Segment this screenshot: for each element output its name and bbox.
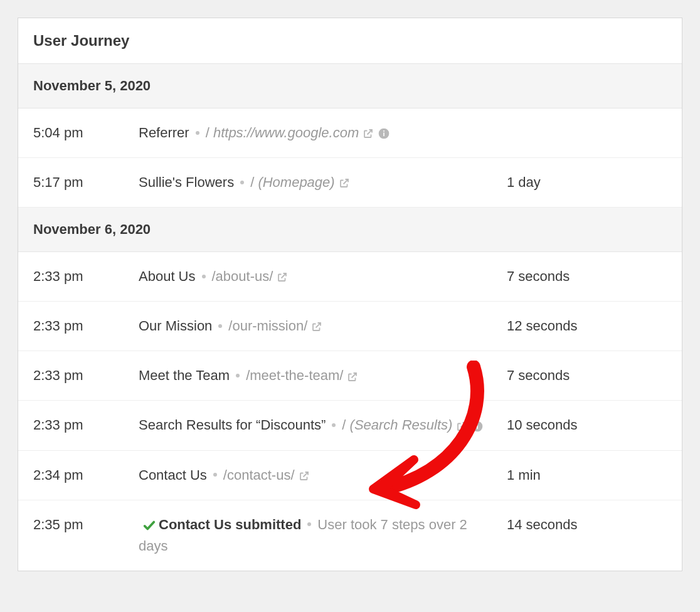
path-text: https://www.google.com [213,125,359,140]
date-header: November 6, 2020 [18,208,682,252]
row-duration: 7 seconds [507,266,667,287]
panel-title: User Journey [33,32,667,50]
external-link-icon[interactable] [299,470,310,482]
check-icon [142,519,159,532]
path-prefix: / [250,174,258,190]
journey-body: November 5, 20205:04 pmReferrer/ https:/… [18,64,682,571]
svg-rect-4 [477,425,479,429]
row-time: 2:33 pm [33,414,139,436]
separator-dot [218,324,222,328]
row-time: 5:17 pm [33,172,139,193]
date-label: November 6, 2020 [33,221,151,237]
row-time: 2:35 pm [33,514,139,536]
separator-dot [196,131,199,135]
path-prefix: / [342,417,349,433]
path-text: (Homepage) [258,174,334,190]
row-main: Our Mission/our-mission/ [139,315,507,337]
page-title-text: Search Results for “Discounts” [139,417,326,433]
journey-row: 2:35 pmContact Us submittedUser took 7 s… [18,500,682,571]
row-duration: 10 seconds [507,414,667,436]
page-title-text: Our Mission [139,318,212,334]
path-prefix: / [206,125,213,140]
journey-row: 5:04 pmReferrer/ https://www.google.com [18,108,682,158]
path-text: /our-mission/ [228,318,307,334]
row-main: Referrer/ https://www.google.com [139,122,507,144]
page-title-text: About Us [139,268,196,284]
page-title-text: Meet the Team [139,367,230,383]
row-duration: 7 seconds [507,365,667,386]
separator-dot [202,275,206,278]
row-time: 2:34 pm [33,465,139,486]
row-time: 2:33 pm [33,365,139,386]
row-duration: 14 seconds [507,514,667,536]
separator-dot [307,522,311,526]
row-duration: 1 day [507,172,667,193]
row-main: Contact Us submittedUser took 7 steps ov… [139,514,507,557]
page-title-text: Contact Us [139,467,207,483]
svg-rect-1 [383,133,384,137]
external-link-icon[interactable] [339,177,350,189]
external-link-icon[interactable] [347,371,358,382]
panel-header: User Journey [18,18,682,64]
svg-rect-2 [383,130,384,132]
page-title-text: Sullie's Flowers [139,174,234,190]
journey-row: 2:33 pmOur Mission/our-mission/12 second… [18,302,682,351]
page-title-text: Referrer [139,125,189,140]
journey-row: 2:34 pmContact Us/contact-us/1 min [18,451,682,500]
path-text: (Search Results) [350,417,453,433]
external-link-icon[interactable] [277,272,288,283]
info-icon[interactable] [378,127,390,140]
row-main: Sullie's Flowers/ (Homepage) [139,172,507,193]
separator-dot [236,374,240,377]
row-main: Contact Us/contact-us/ [139,465,507,486]
row-main: Meet the Team/meet-the-team/ [139,365,507,386]
row-time: 5:04 pm [33,122,139,144]
separator-dot [332,423,336,427]
journey-row: 2:33 pmAbout Us/about-us/7 seconds [18,252,682,302]
external-link-icon[interactable] [363,128,374,139]
external-link-icon[interactable] [311,321,322,332]
separator-dot [240,181,244,184]
date-label: November 5, 2020 [33,78,151,93]
external-link-icon[interactable] [456,421,467,432]
row-time: 2:33 pm [33,315,139,337]
path-text: /contact-us/ [223,467,295,483]
journey-row: 2:33 pmMeet the Team/meet-the-team/7 sec… [18,351,682,401]
path-text: /about-us/ [212,268,273,284]
row-main: About Us/about-us/ [139,266,507,287]
row-time: 2:33 pm [33,266,139,287]
row-duration: 1 min [507,465,667,486]
separator-dot [213,473,217,477]
path-text: /meet-the-team/ [246,367,343,383]
date-header: November 5, 2020 [18,64,682,108]
row-main: Search Results for “Discounts”/ (Search … [139,414,507,436]
submitted-title: Contact Us submitted [159,517,301,532]
journey-row: 5:17 pmSullie's Flowers/ (Homepage)1 day [18,158,682,208]
info-icon[interactable] [471,420,484,433]
user-journey-panel: User Journey November 5, 20205:04 pmRefe… [18,18,682,571]
row-duration: 12 seconds [507,315,667,337]
svg-rect-5 [477,423,479,425]
journey-row: 2:33 pmSearch Results for “Discounts”/ (… [18,401,682,450]
